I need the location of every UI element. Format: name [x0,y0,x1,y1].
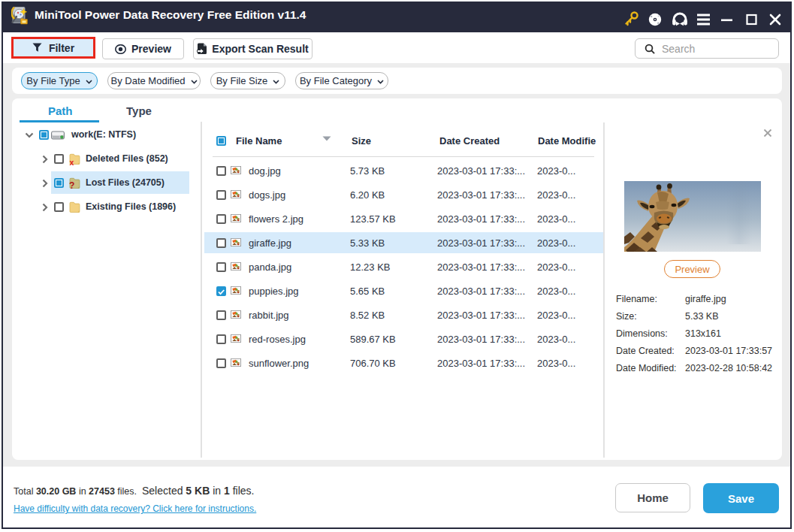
svg-text:x: x [70,158,74,166]
svg-text:?: ? [69,180,74,190]
